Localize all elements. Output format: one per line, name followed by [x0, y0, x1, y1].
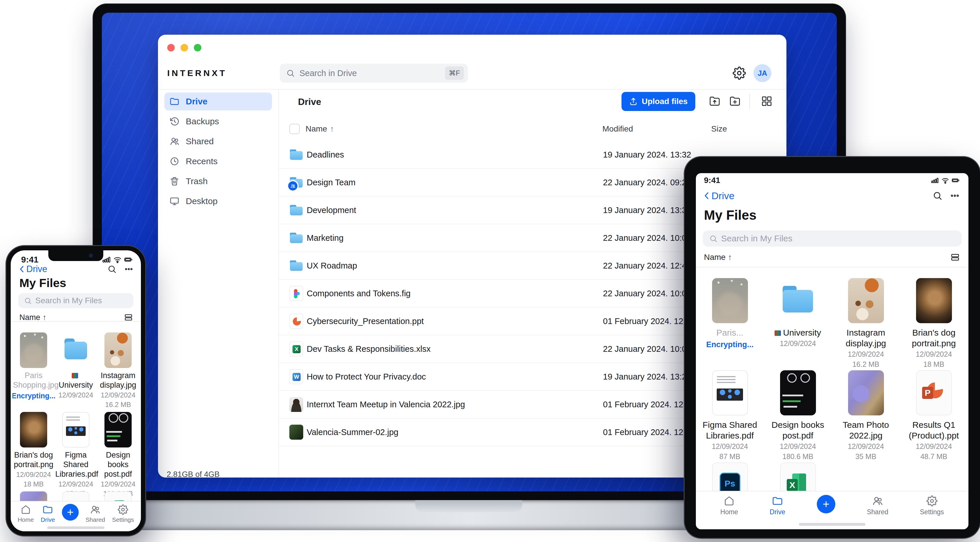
- avatar[interactable]: JA: [753, 64, 772, 82]
- file-name: UX Roadmap: [307, 261, 603, 271]
- sidebar-item-label: Backups: [186, 116, 219, 126]
- search-input[interactable]: Search in Drive ⌘F: [280, 63, 468, 83]
- sidebar-item-backups[interactable]: Backups: [164, 113, 272, 130]
- search-icon[interactable]: [932, 191, 942, 201]
- column-size[interactable]: Size: [711, 124, 727, 133]
- home-icon: [21, 504, 31, 515]
- file-thumbnail: [916, 278, 952, 323]
- file-modified-date: 01 February 2024. 12:3: [603, 400, 690, 409]
- encrypting-status: Encrypting...: [706, 340, 754, 349]
- shared-badge: [287, 180, 299, 192]
- plus-icon: [822, 500, 830, 509]
- status-time: 9:41: [21, 255, 38, 265]
- home-indicator[interactable]: [47, 526, 105, 529]
- page-title: Drive: [298, 97, 321, 107]
- file-modified-date: 22 January 2024. 10:08: [603, 344, 691, 354]
- create-folder-button[interactable]: [727, 93, 743, 109]
- sort-label[interactable]: Name: [19, 313, 40, 322]
- search-input[interactable]: Search in My Files: [703, 230, 961, 247]
- users-icon: [872, 496, 883, 506]
- books-emoji-icon: [775, 330, 781, 336]
- file-size: 18 MB: [923, 360, 944, 369]
- sidebar-item-drive[interactable]: Drive: [164, 92, 272, 111]
- tab-shared[interactable]: Shared: [867, 496, 888, 516]
- list-header: Name↑ Modified Size: [279, 121, 786, 141]
- file-thumbnail: [20, 412, 47, 447]
- file-type-icon: [290, 230, 303, 246]
- grid-file-item[interactable]: [696, 463, 764, 496]
- wifi-icon: [941, 176, 949, 184]
- back-button[interactable]: Drive: [18, 264, 47, 274]
- plus-icon: [66, 508, 75, 517]
- file-thumbnail: [712, 463, 748, 496]
- settings-button[interactable]: [733, 67, 746, 80]
- file-date: 12/09/2024: [848, 350, 884, 359]
- sidebar-item-desktop[interactable]: Desktop: [164, 192, 272, 210]
- grid-file-item[interactable]: Design books post.pdf 12/09/2024 180.6 M…: [764, 370, 832, 452]
- chevron-left-icon: [702, 191, 711, 200]
- tab-drive[interactable]: Drive: [41, 504, 55, 523]
- nav-bar: Drive: [18, 263, 134, 275]
- sort-label[interactable]: Name: [704, 253, 725, 262]
- file-name: Marketing: [307, 233, 603, 243]
- home-indicator[interactable]: [799, 523, 865, 526]
- upload-folder-button[interactable]: [706, 93, 723, 109]
- tab-drive[interactable]: Drive: [770, 496, 785, 516]
- search-placeholder: Search in My Files: [721, 234, 792, 243]
- list-view-toggle[interactable]: [950, 253, 960, 262]
- toolbar-divider: [749, 94, 750, 109]
- grid-file-item[interactable]: Design books post.pdf 12/09/2024 180.6 M…: [97, 412, 139, 480]
- tab-shared[interactable]: Shared: [86, 504, 105, 523]
- zoom-window-button[interactable]: [194, 44, 201, 51]
- storage-widget: 2.81GB of 4GB Upgrade now: [167, 470, 270, 477]
- file-size: 35 MB: [855, 452, 876, 461]
- more-options-icon[interactable]: [124, 265, 134, 274]
- encrypting-status: Encrypting...: [13, 392, 56, 400]
- signal-icon: [102, 255, 111, 264]
- users-icon: [90, 504, 100, 515]
- column-name[interactable]: Name↑: [305, 124, 334, 133]
- list-view-toggle[interactable]: [124, 313, 133, 322]
- upload-files-button[interactable]: Upload files: [622, 92, 695, 111]
- grid-file-item[interactable]: Results Q1 (Product).ppt 12/09/2024 48.7…: [900, 370, 968, 452]
- grid-file-item[interactable]: Instagram display.jpg 12/09/2024 16.2 MB: [97, 333, 139, 401]
- file-name: University: [55, 371, 96, 390]
- file-name: Instagram display.jpg: [97, 371, 138, 390]
- search-icon[interactable]: [107, 265, 117, 274]
- column-modified[interactable]: Modified: [602, 124, 633, 133]
- sidebar-item-trash[interactable]: Trash: [164, 172, 272, 190]
- back-button[interactable]: Drive: [702, 190, 734, 201]
- grid-file-item[interactable]: University 12/09/2024: [55, 333, 97, 401]
- window-controls: [167, 44, 201, 51]
- upload-files-label: Upload files: [642, 97, 688, 106]
- tab-settings[interactable]: Settings: [112, 504, 134, 523]
- grid-file-item[interactable]: Figma Shared Libraries.pdf 12/09/2024 87…: [55, 412, 97, 480]
- sidebar-item-shared[interactable]: Shared: [164, 132, 272, 150]
- grid-view-toggle[interactable]: [759, 93, 775, 109]
- tab-home[interactable]: Home: [721, 496, 738, 516]
- grid-file-item[interactable]: Figma Shared Libraries.pdf 12/09/2024 87…: [696, 370, 764, 452]
- grid-file-item[interactable]: Instagram display.jpg 12/09/2024 16.2 MB: [832, 278, 900, 359]
- file-thumbnail: [62, 333, 89, 368]
- sidebar-item-recents[interactable]: Recents: [164, 152, 272, 170]
- search-input[interactable]: Search in My Files: [18, 293, 134, 308]
- add-button[interactable]: [62, 504, 79, 521]
- tab-settings[interactable]: Settings: [920, 496, 944, 516]
- tab-home[interactable]: Home: [18, 504, 34, 523]
- select-all-checkbox[interactable]: [290, 124, 300, 134]
- grid-file-item[interactable]: University 12/09/2024: [764, 278, 832, 359]
- file-name: Paris Shopping.jpg: [13, 371, 54, 390]
- search-icon: [24, 297, 32, 305]
- grid-file-item[interactable]: [764, 463, 832, 496]
- grid-file-item[interactable]: Brian's dog portrait.png 12/09/2024 18 M…: [900, 278, 968, 359]
- file-modified-date: 19 January 2024. 13:34: [603, 206, 691, 215]
- gear-icon: [733, 67, 746, 80]
- add-button[interactable]: [817, 495, 835, 513]
- grid-file-item[interactable]: Paris... Encrypting...: [696, 278, 764, 359]
- grid-file-item[interactable]: Brian's dog portrait.png 12/09/2024 18 M…: [13, 412, 55, 480]
- grid-file-item[interactable]: Team Photo 2022.jpg 12/09/2024 35 MB: [832, 370, 900, 452]
- grid-file-item[interactable]: Paris Shopping.jpg Encrypting...: [13, 333, 55, 401]
- close-window-button[interactable]: [167, 44, 175, 51]
- more-options-icon[interactable]: [950, 191, 960, 201]
- minimize-window-button[interactable]: [181, 44, 188, 51]
